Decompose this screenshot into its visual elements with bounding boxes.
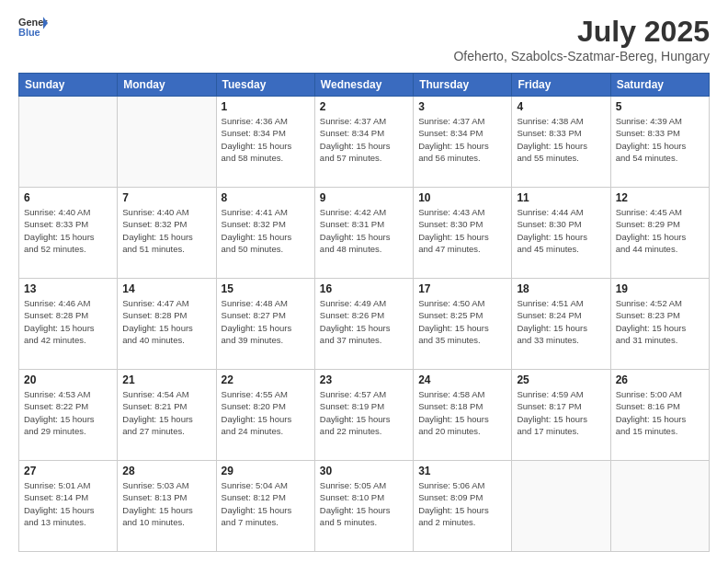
day-detail: Sunrise: 4:36 AM Sunset: 8:34 PM Dayligh… [222,115,310,164]
calendar-cell: 31Sunrise: 5:06 AM Sunset: 8:09 PM Dayli… [414,461,512,552]
day-detail: Sunrise: 4:38 AM Sunset: 8:33 PM Dayligh… [517,115,605,164]
day-number: 4 [517,100,605,113]
calendar-cell: 21Sunrise: 4:54 AM Sunset: 8:21 PM Dayli… [118,370,216,461]
day-number: 11 [517,191,605,204]
day-detail: Sunrise: 5:01 AM Sunset: 8:14 PM Dayligh… [24,479,112,528]
day-detail: Sunrise: 4:59 AM Sunset: 8:17 PM Dayligh… [517,388,605,437]
day-detail: Sunrise: 5:03 AM Sunset: 8:13 PM Dayligh… [122,479,210,528]
day-number: 3 [418,100,506,113]
column-header-friday: Friday [512,74,610,97]
calendar-cell [512,461,610,552]
day-detail: Sunrise: 4:52 AM Sunset: 8:23 PM Dayligh… [616,297,704,346]
calendar-week-2: 6Sunrise: 4:40 AM Sunset: 8:33 PM Daylig… [19,188,710,279]
day-detail: Sunrise: 4:39 AM Sunset: 8:33 PM Dayligh… [616,115,704,164]
column-header-sunday: Sunday [19,74,118,97]
day-number: 12 [616,191,704,204]
calendar-cell: 11Sunrise: 4:44 AM Sunset: 8:30 PM Dayli… [512,188,610,279]
day-number: 7 [122,191,210,204]
calendar-cell [19,97,118,188]
calendar-week-3: 13Sunrise: 4:46 AM Sunset: 8:28 PM Dayli… [19,279,710,370]
day-detail: Sunrise: 5:05 AM Sunset: 8:10 PM Dayligh… [320,479,408,528]
day-detail: Sunrise: 4:51 AM Sunset: 8:24 PM Dayligh… [517,297,605,346]
day-detail: Sunrise: 4:54 AM Sunset: 8:21 PM Dayligh… [122,388,210,437]
day-number: 15 [222,282,310,295]
calendar-cell: 22Sunrise: 4:55 AM Sunset: 8:20 PM Dayli… [216,370,314,461]
calendar-cell: 7Sunrise: 4:40 AM Sunset: 8:32 PM Daylig… [118,188,216,279]
calendar-cell: 29Sunrise: 5:04 AM Sunset: 8:12 PM Dayli… [216,461,314,552]
calendar-cell: 24Sunrise: 4:58 AM Sunset: 8:18 PM Dayli… [414,370,512,461]
calendar-cell: 18Sunrise: 4:51 AM Sunset: 8:24 PM Dayli… [512,279,610,370]
day-detail: Sunrise: 4:55 AM Sunset: 8:20 PM Dayligh… [222,388,310,437]
calendar-cell: 23Sunrise: 4:57 AM Sunset: 8:19 PM Dayli… [314,370,413,461]
calendar-cell: 12Sunrise: 4:45 AM Sunset: 8:29 PM Dayli… [610,188,709,279]
day-detail: Sunrise: 4:40 AM Sunset: 8:33 PM Dayligh… [24,206,112,255]
day-detail: Sunrise: 4:42 AM Sunset: 8:31 PM Dayligh… [320,206,408,255]
day-detail: Sunrise: 5:06 AM Sunset: 8:09 PM Dayligh… [418,479,506,528]
calendar-cell: 3Sunrise: 4:37 AM Sunset: 8:34 PM Daylig… [414,97,512,188]
day-detail: Sunrise: 4:50 AM Sunset: 8:25 PM Dayligh… [418,297,506,346]
calendar-week-5: 27Sunrise: 5:01 AM Sunset: 8:14 PM Dayli… [19,461,710,552]
day-number: 9 [320,191,408,204]
calendar-cell: 10Sunrise: 4:43 AM Sunset: 8:30 PM Dayli… [414,188,512,279]
day-detail: Sunrise: 4:53 AM Sunset: 8:22 PM Dayligh… [24,388,112,437]
day-number: 8 [222,191,310,204]
calendar-cell [610,461,709,552]
calendar-cell: 9Sunrise: 4:42 AM Sunset: 8:31 PM Daylig… [314,188,413,279]
day-number: 25 [517,373,605,386]
day-number: 6 [24,191,112,204]
day-number: 1 [222,100,310,113]
day-number: 2 [320,100,408,113]
calendar-cell: 5Sunrise: 4:39 AM Sunset: 8:33 PM Daylig… [610,97,709,188]
day-number: 10 [418,191,506,204]
calendar-cell: 17Sunrise: 4:50 AM Sunset: 8:25 PM Dayli… [414,279,512,370]
day-number: 14 [122,282,210,295]
calendar-week-4: 20Sunrise: 4:53 AM Sunset: 8:22 PM Dayli… [19,370,710,461]
title-block: July 2025 Ofeherto, Szabolcs-Szatmar-Ber… [453,15,710,63]
day-number: 22 [222,373,310,386]
day-detail: Sunrise: 4:37 AM Sunset: 8:34 PM Dayligh… [320,115,408,164]
svg-text:Blue: Blue [18,27,40,38]
day-detail: Sunrise: 4:41 AM Sunset: 8:32 PM Dayligh… [222,206,310,255]
day-number: 28 [122,465,210,477]
day-number: 31 [418,465,506,477]
calendar-cell: 26Sunrise: 5:00 AM Sunset: 8:16 PM Dayli… [610,370,709,461]
calendar-cell: 8Sunrise: 4:41 AM Sunset: 8:32 PM Daylig… [216,188,314,279]
calendar-cell: 25Sunrise: 4:59 AM Sunset: 8:17 PM Dayli… [512,370,610,461]
calendar-cell: 30Sunrise: 5:05 AM Sunset: 8:10 PM Dayli… [314,461,413,552]
day-number: 17 [418,282,506,295]
calendar-table: SundayMondayTuesdayWednesdayThursdayFrid… [18,73,710,552]
day-detail: Sunrise: 4:43 AM Sunset: 8:30 PM Dayligh… [418,206,506,255]
calendar-cell: 28Sunrise: 5:03 AM Sunset: 8:13 PM Dayli… [118,461,216,552]
header: General Blue July 2025 Ofeherto, Szabolc… [18,15,710,63]
calendar-cell: 4Sunrise: 4:38 AM Sunset: 8:33 PM Daylig… [512,97,610,188]
day-number: 29 [222,465,310,477]
calendar-cell: 27Sunrise: 5:01 AM Sunset: 8:14 PM Dayli… [19,461,118,552]
day-detail: Sunrise: 4:57 AM Sunset: 8:19 PM Dayligh… [320,388,408,437]
day-detail: Sunrise: 5:04 AM Sunset: 8:12 PM Dayligh… [222,479,310,528]
day-detail: Sunrise: 4:49 AM Sunset: 8:26 PM Dayligh… [320,297,408,346]
day-number: 18 [517,282,605,295]
column-header-wednesday: Wednesday [314,74,413,97]
day-detail: Sunrise: 4:44 AM Sunset: 8:30 PM Dayligh… [517,206,605,255]
day-detail: Sunrise: 4:48 AM Sunset: 8:27 PM Dayligh… [222,297,310,346]
day-number: 5 [616,100,704,113]
day-number: 27 [24,465,112,477]
calendar-cell: 6Sunrise: 4:40 AM Sunset: 8:33 PM Daylig… [19,188,118,279]
day-number: 26 [616,373,704,386]
logo: General Blue [18,15,48,40]
column-header-saturday: Saturday [610,74,709,97]
calendar-cell [118,97,216,188]
day-detail: Sunrise: 4:46 AM Sunset: 8:28 PM Dayligh… [24,297,112,346]
day-detail: Sunrise: 4:58 AM Sunset: 8:18 PM Dayligh… [418,388,506,437]
day-number: 23 [320,373,408,386]
day-detail: Sunrise: 4:37 AM Sunset: 8:34 PM Dayligh… [418,115,506,164]
day-detail: Sunrise: 4:45 AM Sunset: 8:29 PM Dayligh… [616,206,704,255]
day-number: 30 [320,465,408,477]
title-month: July 2025 [453,15,710,49]
title-location: Ofeherto, Szabolcs-Szatmar-Bereg, Hungar… [453,49,710,63]
day-number: 13 [24,282,112,295]
calendar-cell: 16Sunrise: 4:49 AM Sunset: 8:26 PM Dayli… [314,279,413,370]
day-detail: Sunrise: 4:47 AM Sunset: 8:28 PM Dayligh… [122,297,210,346]
calendar-cell: 15Sunrise: 4:48 AM Sunset: 8:27 PM Dayli… [216,279,314,370]
calendar-cell: 1Sunrise: 4:36 AM Sunset: 8:34 PM Daylig… [216,97,314,188]
